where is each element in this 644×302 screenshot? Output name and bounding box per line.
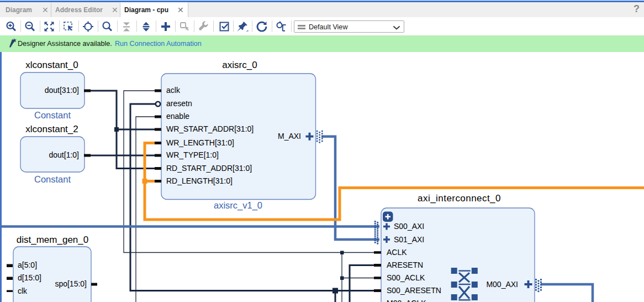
svg-text:WR_LENGTH[31:0]: WR_LENGTH[31:0] <box>166 138 234 147</box>
svg-text:axisrc_v1_0: axisrc_v1_0 <box>214 200 262 211</box>
svg-text:S00_ACLK: S00_ACLK <box>387 273 425 282</box>
svg-text:dout[31:0]: dout[31:0] <box>45 86 79 95</box>
svg-text:S00_AXI: S00_AXI <box>394 222 424 231</box>
svg-text:WR_TYPE[1:0]: WR_TYPE[1:0] <box>166 150 219 159</box>
svg-text:RD_START_ADDR[31:0]: RD_START_ADDR[31:0] <box>166 164 252 173</box>
svg-text:enable: enable <box>166 112 189 121</box>
svg-text:axisrc_0: axisrc_0 <box>222 60 257 70</box>
svg-text:M00_AXI: M00_AXI <box>486 280 518 289</box>
svg-text:a[5:0]: a[5:0] <box>18 261 37 269</box>
svg-text:aclk: aclk <box>166 86 181 95</box>
svg-text:Constant: Constant <box>34 110 71 120</box>
svg-text:M00_ACLK: M00_ACLK <box>387 299 426 302</box>
svg-text:ACLK: ACLK <box>387 248 407 257</box>
svg-text:WR_START_ADDR[31:0]: WR_START_ADDR[31:0] <box>166 124 254 133</box>
svg-text:dout[1:0]: dout[1:0] <box>49 150 80 159</box>
svg-text:S01_AXI: S01_AXI <box>394 235 424 244</box>
svg-text:xlconstant_2: xlconstant_2 <box>25 124 78 134</box>
svg-text:xlconstant_0: xlconstant_0 <box>25 60 78 70</box>
svg-text:axi_interconnect_0: axi_interconnect_0 <box>418 193 501 204</box>
svg-text:ARESETN: ARESETN <box>387 261 423 269</box>
svg-text:aresetn: aresetn <box>166 99 192 108</box>
svg-text:RD_LENGTH[31:0]: RD_LENGTH[31:0] <box>166 176 233 185</box>
svg-text:Constant: Constant <box>34 174 71 184</box>
svg-text:S00_ARESETN: S00_ARESETN <box>387 286 441 295</box>
svg-text:d[15:0]: d[15:0] <box>18 273 41 282</box>
svg-text:clk: clk <box>18 287 28 295</box>
svg-text:dist_mem_gen_0: dist_mem_gen_0 <box>17 235 88 245</box>
svg-text:M_AXI: M_AXI <box>278 132 301 140</box>
svg-text:spo[15:0]: spo[15:0] <box>55 279 87 288</box>
